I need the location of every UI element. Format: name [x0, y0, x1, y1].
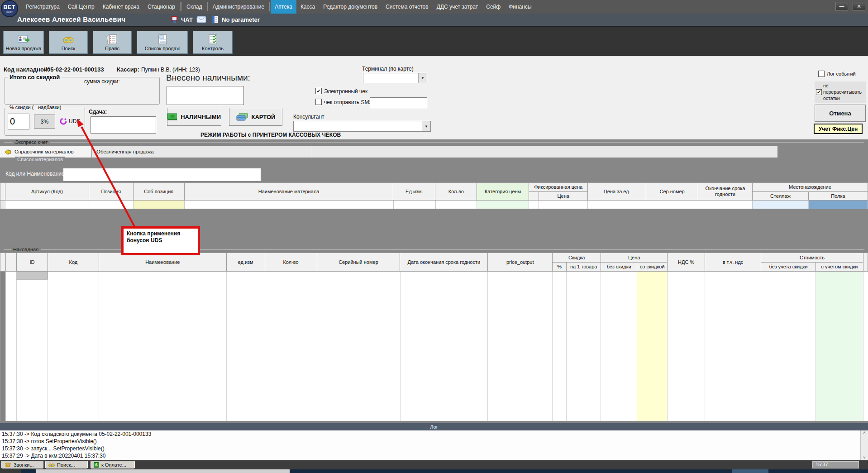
- pay-cash-button[interactable]: НАЛИЧНЫМИ: [167, 108, 221, 126]
- control-button[interactable]: Контроль: [193, 31, 233, 54]
- menu-item-cash-desk[interactable]: Касса: [296, 0, 319, 14]
- price-list-button[interactable]: Прайс: [93, 31, 132, 54]
- electronic-check-checkbox[interactable]: ✔: [315, 88, 322, 94]
- materials-col-qty[interactable]: Кол-во: [435, 183, 477, 200]
- uds-button-label[interactable]: UDS: [69, 118, 80, 124]
- materials-col-serial[interactable]: Сер.номер: [646, 183, 698, 200]
- log-scrollbar[interactable]: ˄ ˅: [860, 430, 868, 460]
- taskbar-window-button[interactable]: [36, 469, 290, 473]
- chat-label[interactable]: ЧАТ: [181, 16, 193, 23]
- menu-item-administration[interactable]: Администрирование: [209, 0, 268, 14]
- invoice-col-price-output[interactable]: price_output: [488, 253, 553, 271]
- sms-check-checkbox[interactable]: [315, 99, 322, 105]
- invoice-col-vat[interactable]: НДС %: [668, 253, 705, 271]
- materials-cell-rack[interactable]: [753, 201, 809, 209]
- materials-cell[interactable]: [394, 201, 436, 209]
- menu-item-pharmacy[interactable]: Аптека: [271, 0, 296, 14]
- materials-col-fixed-flag[interactable]: [529, 192, 539, 200]
- materials-col-price-category[interactable]: Категория цены: [477, 183, 529, 200]
- invoice-col-id[interactable]: ID: [17, 253, 48, 271]
- cash-received-input[interactable]: [167, 86, 244, 105]
- menu-item-warehouse[interactable]: Склад: [182, 0, 206, 14]
- chevron-down-icon[interactable]: ▼: [418, 73, 427, 83]
- tab-materials-directory[interactable]: Справочник материалов: [0, 146, 92, 158]
- scroll-down-icon[interactable]: ˅: [863, 455, 865, 460]
- sms-phone-input[interactable]: [370, 97, 427, 108]
- materials-col-name[interactable]: Наименование материала: [185, 183, 394, 200]
- uds-icon[interactable]: [59, 117, 67, 125]
- materials-cell[interactable]: [539, 201, 588, 209]
- invoice-col-code[interactable]: Код: [48, 253, 99, 271]
- invoice-col-unit[interactable]: ед.изм: [227, 253, 265, 271]
- invoice-col-discount[interactable]: Скидка: [553, 253, 601, 263]
- invoice-col-cost-no-disc[interactable]: без учета скидки: [761, 263, 816, 271]
- materials-col-position[interactable]: Позиция: [89, 183, 134, 200]
- menu-item-hospital[interactable]: Стационар: [143, 0, 179, 14]
- menu-item-dds-costs[interactable]: ДДС учет затрат: [433, 0, 482, 14]
- invoice-col-vat-incl[interactable]: в т.ч. ндс: [705, 253, 761, 271]
- sales-list-button[interactable]: Список продаж: [137, 31, 188, 54]
- terminal-combobox[interactable]: ▼: [363, 73, 427, 83]
- invoice-col-expiry[interactable]: Дата окончания срока годности: [400, 253, 488, 271]
- materials-cell-own-position[interactable]: [134, 201, 185, 209]
- menu-item-reports[interactable]: Система отчетов: [382, 0, 433, 14]
- status-search-button[interactable]: Поиск...: [45, 461, 88, 468]
- chevron-down-icon[interactable]: ▼: [422, 121, 430, 131]
- mail-icon[interactable]: [196, 16, 206, 23]
- materials-col-fixed-price[interactable]: Фиксированная цена: [529, 183, 588, 192]
- invoice-col-discount-pct[interactable]: %: [553, 263, 567, 271]
- materials-col-rack[interactable]: Стеллаж: [753, 192, 809, 200]
- materials-col-shelf[interactable]: Полка: [809, 192, 868, 200]
- invoice-current-row-id-cell[interactable]: [16, 272, 48, 280]
- materials-col-unit[interactable]: Ед.изм.: [393, 183, 435, 200]
- menu-item-doc-editor[interactable]: Редактор документов: [319, 0, 382, 14]
- consultant-combobox[interactable]: ▼: [293, 121, 431, 132]
- materials-cell[interactable]: [185, 201, 394, 209]
- invoice-col-cost[interactable]: Стоимость: [761, 253, 863, 263]
- invoice-col-discount-per-item[interactable]: на 1 товара: [567, 263, 601, 271]
- materials-empty-row[interactable]: [0, 201, 868, 209]
- pay-card-button[interactable]: КАРТОЙ: [229, 108, 282, 126]
- tab-anonymous-sale[interactable]: Обезличенная продажа: [92, 146, 312, 158]
- calls-button[interactable]: ☎ Звонки...: [1, 461, 43, 468]
- menu-item-call-center[interactable]: Call-Центр: [64, 0, 99, 14]
- materials-col-price-per-unit[interactable]: Цена за ед.: [588, 183, 646, 200]
- materials-cell[interactable]: [5, 201, 89, 209]
- event-log-checkbox[interactable]: [818, 71, 825, 77]
- materials-col-artikul[interactable]: Артикул (Код): [5, 183, 89, 200]
- minimize-button[interactable]: —: [835, 2, 848, 11]
- invoice-col-price[interactable]: Цена: [601, 253, 668, 263]
- materials-cell-shelf-selected[interactable]: [809, 201, 868, 209]
- invoice-col-price-disc[interactable]: со скидкой: [637, 263, 668, 271]
- materials-col-fixed-price-value[interactable]: Цена: [539, 192, 588, 200]
- materials-cell[interactable]: [698, 201, 753, 209]
- materials-col-own-position[interactable]: Соб.позиция: [134, 183, 185, 200]
- invoice-col-serial[interactable]: Серийный номер: [317, 253, 401, 271]
- menu-item-registry[interactable]: Регистратура: [22, 0, 64, 14]
- cancel-button[interactable]: Отмена: [815, 105, 866, 122]
- invoice-col-cost-disc[interactable]: с учетом скидки: [816, 263, 863, 271]
- code-or-name-input[interactable]: [63, 168, 261, 181]
- materials-cell[interactable]: [89, 201, 134, 209]
- chat-phone-icon[interactable]: [171, 15, 179, 24]
- to-payment-button[interactable]: $ к Оплате...: [91, 461, 135, 468]
- new-sale-button[interactable]: Новая продажа: [3, 31, 44, 54]
- materials-cell[interactable]: [588, 201, 646, 209]
- discount-percent-input[interactable]: [8, 114, 29, 129]
- menu-item-safe[interactable]: Сейф: [482, 0, 505, 14]
- quick-discount-3pct-button[interactable]: 3%: [34, 115, 55, 129]
- scroll-up-icon[interactable]: ˄: [863, 430, 865, 435]
- no-recalc-checkbox[interactable]: ✔: [816, 89, 822, 95]
- materials-col-location[interactable]: Местонахождение: [753, 183, 868, 192]
- invoice-col-price-no-disc[interactable]: без скидки: [601, 263, 637, 271]
- search-button[interactable]: Поиск: [49, 31, 88, 54]
- change-input[interactable]: [91, 116, 156, 134]
- fixed-price-accounting-button[interactable]: Учет Фикс.Цен: [814, 124, 863, 134]
- invoice-data-area[interactable]: [0, 272, 868, 421]
- materials-cell[interactable]: [436, 201, 477, 209]
- invoice-col-qty[interactable]: Кол-во: [265, 253, 317, 271]
- menu-item-doctor-office[interactable]: Кабинет врача: [99, 0, 143, 14]
- materials-cell[interactable]: [529, 201, 539, 209]
- materials-col-expiry[interactable]: Окончание срока годности: [698, 183, 753, 200]
- close-button[interactable]: ✕: [853, 2, 865, 11]
